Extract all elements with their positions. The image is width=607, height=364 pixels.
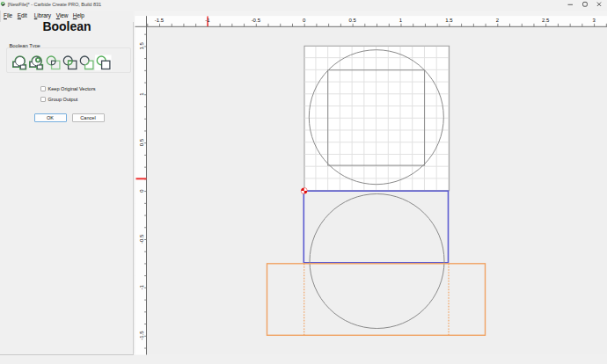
svg-text:-0.5: -0.5 bbox=[139, 234, 144, 244]
svg-text:-1.5: -1.5 bbox=[139, 331, 144, 340]
svg-text:-1.5: -1.5 bbox=[155, 18, 165, 23]
svg-text:0.5: 0.5 bbox=[348, 18, 356, 23]
svg-text:2.5: 2.5 bbox=[542, 18, 550, 23]
svg-text:-0.5: -0.5 bbox=[252, 18, 261, 23]
svg-text:-1: -1 bbox=[205, 18, 210, 23]
svg-text:0.5: 0.5 bbox=[139, 138, 144, 146]
svg-text:1.5: 1.5 bbox=[139, 41, 144, 49]
svg-text:1.5: 1.5 bbox=[445, 18, 453, 23]
svg-text:-1: -1 bbox=[139, 284, 144, 289]
